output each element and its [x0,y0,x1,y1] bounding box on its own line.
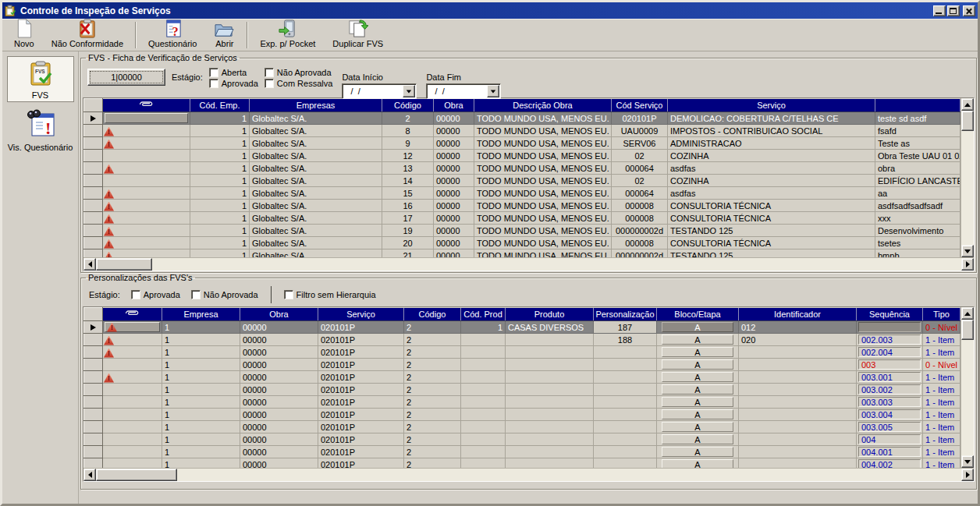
cell-cod_prod[interactable] [461,396,506,409]
column-header-servico[interactable]: Serviço [318,308,404,321]
cell-identificador[interactable]: 012 [739,321,857,334]
cell-personalizacao[interactable] [594,446,657,458]
cell-obra[interactable]: 00000 [240,371,318,384]
cell-empresas[interactable]: Globaltec S/A. [250,225,382,237]
attachment-cell[interactable]: ! [103,162,190,175]
cell-bloco[interactable]: A [657,396,739,409]
cell-sequencia[interactable]: 003.001 [857,371,923,384]
cell-obs[interactable]: xxx [875,212,960,225]
column-header-codigo[interactable]: Código [404,308,461,321]
cell-obra[interactable]: 00000 [434,212,474,225]
cell-produto[interactable] [506,396,594,409]
row-selector[interactable] [84,112,103,125]
cell-obra[interactable]: 00000 [434,162,474,175]
cell-obs[interactable]: EDIFÍCIO LANCASTER [875,175,960,187]
cell-servico[interactable]: 020101P [318,371,404,384]
table-row[interactable]: 1Globaltec S/A.1400000TODO MUNDO USA, ME… [84,175,960,187]
cell-obra[interactable]: 00000 [240,458,318,469]
table-row[interactable]: !100000020101P21CASAS DIVERSOS187A0120 -… [84,321,960,334]
checkbox-aprovada[interactable]: Aprovada [209,79,258,88]
column-header-codigo[interactable]: Código [382,99,434,112]
cell-identificador[interactable] [739,359,857,371]
cell-cod_servico[interactable]: SERV06 [612,137,668,150]
cell-cod_prod[interactable] [461,346,506,359]
cell-tipo[interactable]: 1 - Item [923,371,960,384]
cell-obra[interactable]: 00000 [240,346,318,359]
table-row[interactable]: 1Globaltec S/A.200000TODO MUNDO USA, MEN… [84,112,960,125]
cell-cod_servico[interactable]: 000000002d [612,249,668,258]
table-row[interactable]: 100000020101P2A004.0011 - Item [84,446,960,458]
scroll-up-button[interactable] [961,98,974,111]
cell-codigo[interactable]: 2 [404,384,461,396]
cell-descricao_obra[interactable]: TODO MUNDO USA, MENOS EU. [474,125,612,137]
cell-obs[interactable]: teste sd asdf [875,112,960,125]
cell-tipo[interactable]: 1 - Item [923,433,960,446]
cell-personalizacao[interactable] [594,409,657,421]
cell-codigo[interactable]: 13 [382,162,434,175]
vertical-scroll-thumb[interactable] [961,111,974,131]
cell-cod_emp[interactable]: 1 [190,150,250,162]
cell-codigo[interactable]: 2 [404,321,461,334]
cell-obs[interactable]: tsetes [875,237,960,249]
cell-descricao_obra[interactable]: TODO MUNDO USA, MENOS EU. [474,112,612,125]
cell-empresas[interactable]: Globaltec S/A. [250,212,382,225]
cell-empresa[interactable]: 1 [162,384,240,396]
cell-empresa[interactable]: 1 [162,458,240,469]
cell-cod_emp[interactable]: 1 [190,187,250,200]
cell-obra[interactable]: 00000 [434,112,474,125]
cell-servico[interactable]: 020101P [318,446,404,458]
personalizacoes-grid-horizontal-scrollbar[interactable] [83,468,974,481]
cell-sequencia[interactable]: 004 [857,433,923,446]
checkbox-nao-aprovada[interactable]: Não Aprovada [265,68,333,77]
row-selector[interactable] [84,175,103,187]
column-header-obra[interactable]: Obra [240,308,318,321]
personalizacoes-grid-vertical-scrollbar[interactable] [960,307,974,468]
cell-obra[interactable]: 00000 [240,409,318,421]
cell-descricao_obra[interactable]: TODO MUNDO USA, MENOS EU. [474,137,612,150]
fvs-number-button[interactable]: 1|00000 [87,69,165,86]
vertical-scroll-track[interactable] [961,131,974,245]
cell-identificador[interactable] [739,446,857,458]
column-header-descricao_obra[interactable]: Descrição Obra [474,99,612,112]
checkbox-aprovada-personalizacao[interactable]: Aprovada [131,290,180,299]
scroll-right-button[interactable] [961,469,974,481]
cell-obs[interactable]: aa [875,187,960,200]
cell-codigo[interactable]: 2 [404,409,461,421]
attachment-cell[interactable] [103,175,190,187]
cell-produto[interactable] [506,371,594,384]
cell-empresas[interactable]: Globaltec S/A. [250,150,382,162]
cell-codigo[interactable]: 21 [382,249,434,258]
cell-empresas[interactable]: Globaltec S/A. [250,162,382,175]
row-selector[interactable] [84,225,103,237]
data-fim-select[interactable]: / / [426,83,501,99]
row-selector[interactable] [84,237,103,249]
cell-servico[interactable]: asdfas [668,162,875,175]
table-row[interactable]: 100000020101P2A003.0041 - Item [84,409,960,421]
cell-produto[interactable] [506,359,594,371]
duplicar-fvs-button[interactable]: Duplicar FVS [324,20,392,50]
cell-bloco[interactable]: A [657,346,739,359]
data-inicio-select[interactable]: / / [342,83,417,99]
column-header-identificador[interactable]: Identificador [739,308,857,321]
cell-produto[interactable]: CASAS DIVERSOS [506,321,594,334]
checkbox-aberta[interactable]: Aberta [209,68,258,77]
cell-servico[interactable]: ADMINISTRACAO [668,137,875,150]
cell-sequencia[interactable]: 003.004 [857,409,923,421]
row-selector[interactable] [84,162,103,175]
cell-cod_servico[interactable]: 000008 [612,200,668,212]
cell-sequencia[interactable]: 003.003 [857,396,923,409]
attachment-cell[interactable]: ! [103,212,190,225]
column-header-sel[interactable] [84,308,103,321]
cell-tipo[interactable]: 1 - Item [923,396,960,409]
cell-identificador[interactable] [739,458,857,469]
cell-cod_prod[interactable] [461,359,506,371]
cell-tipo[interactable]: 0 - Nível [923,321,960,334]
cell-empresa[interactable]: 1 [162,421,240,433]
attachment-cell[interactable] [103,409,162,421]
cell-cod_emp[interactable]: 1 [190,137,250,150]
cell-cod_prod[interactable] [461,446,506,458]
cell-obra[interactable]: 00000 [240,384,318,396]
cell-empresa[interactable]: 1 [162,321,240,334]
row-selector[interactable] [84,249,103,258]
cell-cod_servico[interactable]: 000064 [612,162,668,175]
